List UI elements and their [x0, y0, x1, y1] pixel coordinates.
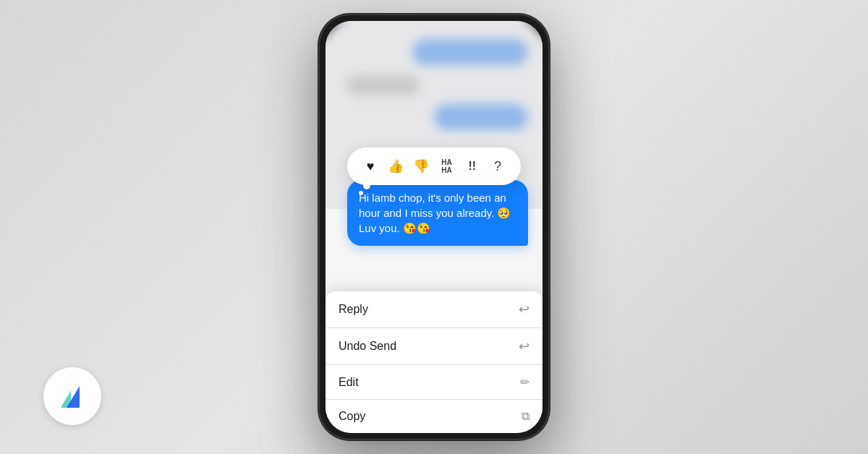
- logo-icon: [56, 380, 88, 412]
- reaction-heart[interactable]: ♥: [359, 155, 382, 178]
- reaction-tail-2: [359, 191, 363, 195]
- reaction-thumbsdown[interactable]: 👎: [409, 155, 433, 178]
- logo-circle: [43, 367, 101, 425]
- phone-frame: ♥ 👍 👎 HAHA !! ? Hi lamb chop, it's only …: [318, 14, 550, 440]
- phone-screen: ♥ 👍 👎 HAHA !! ? Hi lamb chop, it's only …: [326, 21, 542, 433]
- context-reply-label: Reply: [339, 303, 368, 316]
- context-undo-label: Undo Send: [339, 340, 396, 353]
- active-message-bubble: Hi lamb chop, it's only been an hour and…: [347, 180, 528, 246]
- active-message-text: Hi lamb chop, it's only been an hour and…: [359, 190, 516, 236]
- reaction-emphasis[interactable]: !!: [461, 155, 484, 178]
- context-edit[interactable]: Edit ✏: [326, 365, 542, 400]
- context-edit-label: Edit: [339, 376, 359, 389]
- copy-icon: ⧉: [522, 410, 529, 423]
- undo-send-icon: ↩: [519, 338, 529, 354]
- edit-icon: ✏: [520, 375, 529, 389]
- reaction-question[interactable]: ?: [486, 155, 509, 178]
- reaction-haha[interactable]: HAHA: [435, 155, 459, 178]
- context-undo-send[interactable]: Undo Send ↩: [326, 328, 542, 365]
- reaction-tail-1: [363, 182, 370, 189]
- context-copy-label: Copy: [339, 410, 365, 423]
- context-copy[interactable]: Copy ⧉: [326, 400, 542, 433]
- context-menu: Reply ↩ Undo Send ↩ Edit ✏ Copy ⧉: [326, 291, 542, 433]
- context-reply[interactable]: Reply ↩: [326, 291, 542, 328]
- reply-icon: ↩: [519, 301, 529, 317]
- reaction-thumbsup[interactable]: 👍: [384, 155, 407, 178]
- reaction-bar: ♥ 👍 👎 HAHA !! ?: [347, 147, 521, 185]
